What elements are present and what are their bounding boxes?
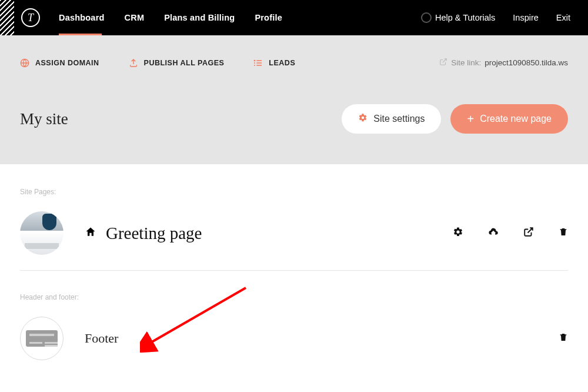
nav-inspire[interactable]: Inspire — [513, 13, 539, 22]
leads-icon — [253, 58, 263, 68]
nav-right: Help & Tutorials Inspire Exit — [421, 12, 570, 23]
logo-wrap[interactable]: T — [14, 8, 47, 27]
nav-help-label: Help & Tutorials — [435, 13, 495, 22]
top-navbar: T Dashboard CRM Plans and Billing Profil… — [0, 0, 588, 35]
help-circle-icon — [421, 12, 432, 23]
nav-help-tutorials[interactable]: Help & Tutorials — [421, 12, 495, 23]
divider — [20, 270, 568, 271]
external-link-icon — [439, 58, 447, 68]
leads-button[interactable]: LEADS — [253, 58, 295, 68]
tilda-logo-icon: T — [21, 8, 40, 27]
plus-icon: + — [467, 113, 474, 125]
globe-icon — [20, 58, 29, 68]
create-new-page-button[interactable]: + Create new page — [450, 104, 568, 134]
project-toolbar: ASSIGN DOMAIN PUBLISH ALL PAGES LEADS Si… — [20, 58, 568, 68]
home-icon — [85, 226, 96, 241]
nav-crm[interactable]: CRM — [125, 0, 145, 35]
assign-domain-label: ASSIGN DOMAIN — [35, 59, 99, 67]
page-row-actions — [453, 227, 568, 240]
site-pages-label: Site Pages: — [20, 188, 568, 196]
page-publish-icon[interactable] — [488, 227, 499, 240]
publish-all-button[interactable]: PUBLISH ALL PAGES — [129, 58, 225, 68]
site-link-value: project1090850.tilda.ws — [485, 58, 568, 67]
site-title: My site — [20, 110, 68, 128]
page-title: Greeting page — [106, 224, 202, 243]
page-thumbnail — [20, 211, 64, 255]
publish-all-label: PUBLISH ALL PAGES — [144, 59, 225, 67]
footer-row-actions — [559, 332, 568, 346]
project-header-area: ASSIGN DOMAIN PUBLISH ALL PAGES LEADS Si… — [0, 35, 588, 164]
footer-thumb-graphic — [26, 330, 58, 347]
footer-thumbnail — [20, 317, 64, 360]
page-delete-icon[interactable] — [559, 227, 568, 240]
page-open-icon[interactable] — [523, 227, 534, 240]
create-new-page-label: Create new page — [480, 114, 552, 124]
gear-icon — [358, 113, 368, 125]
page-row-greeting[interactable]: Greeting page — [20, 207, 568, 260]
decorative-waves — [0, 0, 14, 35]
footer-row[interactable]: Footer — [20, 312, 568, 365]
title-buttons: Site settings + Create new page — [342, 104, 568, 134]
site-link-label: Site link: — [451, 58, 481, 67]
nav-plans-billing[interactable]: Plans and Billing — [164, 0, 235, 35]
nav-dashboard[interactable]: Dashboard — [59, 0, 105, 35]
site-settings-button[interactable]: Site settings — [342, 104, 441, 134]
nav-profile[interactable]: Profile — [255, 0, 282, 35]
footer-title: Footer — [85, 331, 118, 346]
upload-icon — [129, 58, 138, 68]
site-settings-label: Site settings — [373, 114, 425, 124]
footer-delete-icon[interactable] — [559, 332, 568, 346]
assign-domain-button[interactable]: ASSIGN DOMAIN — [20, 58, 99, 68]
site-link[interactable]: Site link: project1090850.tilda.ws — [439, 58, 568, 68]
nav-exit[interactable]: Exit — [556, 13, 570, 22]
leads-label: LEADS — [269, 59, 295, 67]
page-title-wrap: Greeting page — [85, 224, 202, 243]
page-settings-icon[interactable] — [453, 227, 463, 240]
title-row: My site Site settings + Create new page — [20, 104, 568, 134]
nav-links: Dashboard CRM Plans and Billing Profile — [59, 0, 282, 35]
header-footer-label: Header and footer: — [20, 293, 568, 301]
pages-area: Site Pages: Greeting page Header and foo… — [0, 164, 588, 388]
